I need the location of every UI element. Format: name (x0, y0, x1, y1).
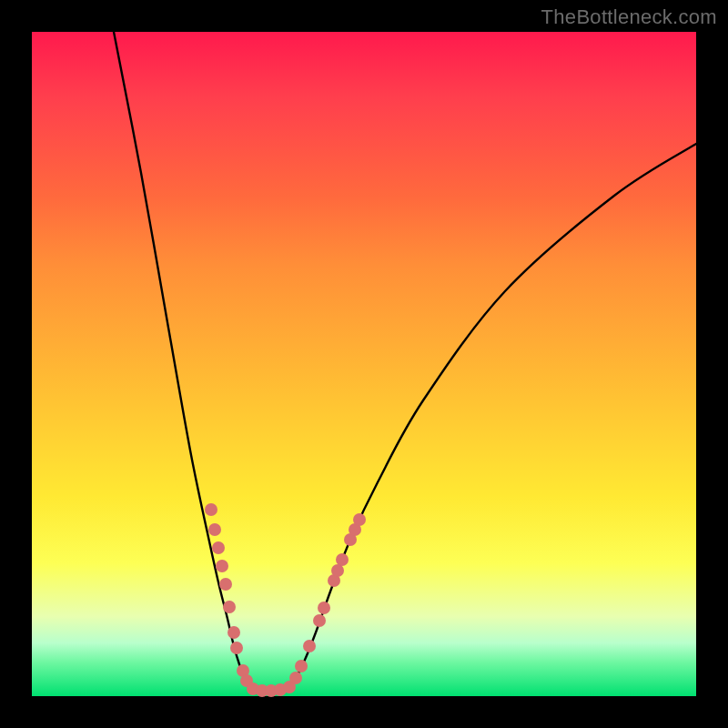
marker-dot (295, 660, 308, 672)
watermark-text: TheBottleneck.com (541, 5, 717, 29)
marker-dot (223, 601, 236, 613)
marker-dot (353, 513, 366, 526)
marker-dot (230, 642, 243, 654)
marker-dot (331, 564, 344, 577)
marker-dot (212, 541, 225, 554)
marker-dot (228, 626, 240, 639)
v-curve-path (114, 32, 696, 691)
marker-dot (303, 640, 316, 652)
marker-dot (219, 578, 232, 591)
chart-svg (32, 32, 696, 696)
marker-dot (336, 553, 349, 566)
marker-dot (289, 672, 302, 684)
marker-dot (216, 560, 228, 572)
marker-dot (318, 602, 330, 614)
chart-frame: TheBottleneck.com (0, 0, 728, 728)
plot-area (32, 32, 696, 696)
marker-dot (313, 614, 326, 627)
marker-dot (208, 523, 221, 536)
marker-group (205, 503, 366, 697)
marker-dot (205, 503, 217, 516)
